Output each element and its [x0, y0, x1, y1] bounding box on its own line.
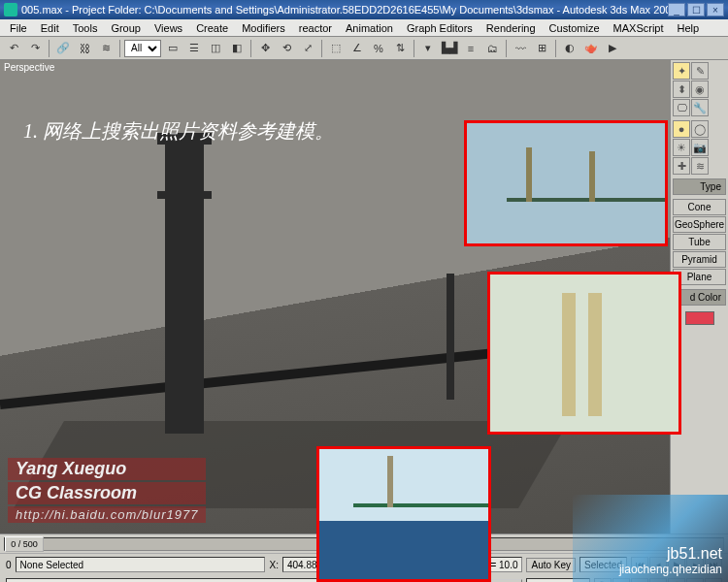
- spinner-snap-button[interactable]: ⇅: [390, 39, 410, 58]
- menubar: File Edit Tools Group Views Create Modif…: [0, 19, 728, 37]
- shapes-category-icon[interactable]: ◯: [691, 120, 709, 138]
- move-button[interactable]: ✥: [255, 39, 275, 58]
- undo-button[interactable]: ↶: [4, 39, 23, 58]
- workspace: Perspective 1. 网络上搜索出照片资料参考建模。 Yang Xueg…: [0, 60, 728, 534]
- command-panel-tabs: ✦ ✎ ⬍ ◉ 🖵 🔧: [671, 60, 728, 118]
- watermark: Yang Xueguo CG Classroom http://hi.baidu…: [8, 458, 206, 523]
- menu-views[interactable]: Views: [149, 21, 188, 35]
- bind-spacewarp-button[interactable]: ≋: [96, 39, 116, 58]
- curve-editor-button[interactable]: 〰: [511, 39, 530, 58]
- watermark-author: Yang Xueguo: [8, 458, 206, 480]
- menu-tools[interactable]: Tools: [67, 21, 104, 35]
- menu-rendering[interactable]: Rendering: [480, 21, 542, 35]
- maximize-button[interactable]: ☐: [687, 3, 705, 16]
- object-type-rollout[interactable]: Type: [673, 178, 726, 195]
- minimize-button[interactable]: _: [668, 3, 685, 16]
- autokey-toggle[interactable]: Auto Key: [526, 558, 576, 572]
- tutorial-annotation: 1. 网络上搜索出照片资料参考建模。: [23, 118, 334, 145]
- selection-region-button[interactable]: ◫: [206, 39, 225, 58]
- menu-graph-editors[interactable]: Graph Editors: [401, 21, 479, 35]
- app-icon: [4, 3, 17, 16]
- site-watermark-sub: jiaocheng.qhezidian: [619, 563, 722, 576]
- menu-maxscript[interactable]: MAXScript: [608, 21, 670, 35]
- menu-animation[interactable]: Animation: [340, 21, 399, 35]
- close-button[interactable]: ×: [707, 3, 724, 16]
- material-editor-button[interactable]: ◐: [560, 39, 579, 58]
- rotate-button[interactable]: ⟲: [277, 39, 296, 58]
- menu-reactor[interactable]: reactor: [293, 21, 338, 35]
- menu-create[interactable]: Create: [190, 21, 234, 35]
- window-crossing-button[interactable]: ◧: [227, 39, 247, 58]
- main-toolbar: ↶ ↷ 🔗 ⛓ ≋ All ▭ ☰ ◫ ◧ ✥ ⟲ ⤢ ⬚ ∠ % ⇅ ▾ ▙▟…: [0, 37, 728, 60]
- reference-image-3: [316, 446, 491, 582]
- render-scene-button[interactable]: 🫖: [581, 39, 601, 58]
- angle-snap-button[interactable]: ∠: [347, 39, 367, 58]
- display-tab[interactable]: 🖵: [673, 99, 690, 116]
- helpers-category-icon[interactable]: ✚: [673, 157, 690, 175]
- schematic-view-button[interactable]: ⊞: [532, 39, 551, 58]
- modify-tab[interactable]: ✎: [691, 62, 709, 80]
- geosphere-button[interactable]: GeoSphere: [673, 216, 726, 233]
- reference-image-1: [464, 120, 668, 246]
- utilities-tab[interactable]: 🔧: [691, 99, 709, 116]
- site-watermark-main: jb51.net: [667, 545, 722, 563]
- select-object-button[interactable]: ▭: [163, 39, 182, 58]
- quick-render-button[interactable]: ▶: [603, 39, 622, 58]
- unlink-button[interactable]: ⛓: [75, 39, 94, 58]
- create-tab[interactable]: ✦: [673, 62, 690, 80]
- object-color-swatch[interactable]: [685, 311, 714, 325]
- window-title: 005.max - Project Folder: C:\Documents a…: [21, 4, 668, 16]
- percent-snap-button[interactable]: %: [369, 39, 388, 58]
- menu-customize[interactable]: Customize: [544, 21, 606, 35]
- motion-tab[interactable]: ◉: [691, 81, 709, 98]
- pyramid-button[interactable]: Pyramid: [673, 251, 726, 268]
- create-category-tabs: ● ◯ ☀ 📷 ✚ ≋: [671, 118, 728, 177]
- tube-button[interactable]: Tube: [673, 234, 726, 250]
- layer-manager-button[interactable]: 🗂: [482, 39, 502, 58]
- snap-toggle-button[interactable]: ⬚: [326, 39, 346, 58]
- watermark-brand: CG Classroom: [8, 482, 206, 504]
- menu-help[interactable]: Help: [672, 21, 706, 35]
- mirror-button[interactable]: ▙▟: [440, 39, 459, 58]
- redo-button[interactable]: ↷: [25, 39, 45, 58]
- named-selection-button[interactable]: ▾: [418, 39, 438, 58]
- menu-edit[interactable]: Edit: [35, 21, 65, 35]
- selection-filter-dropdown[interactable]: All: [124, 40, 161, 57]
- cameras-category-icon[interactable]: 📷: [691, 139, 709, 156]
- frame-current-label: 0: [6, 560, 12, 570]
- time-slider-thumb[interactable]: 0 / 500: [5, 536, 44, 552]
- align-button[interactable]: ≡: [461, 39, 480, 58]
- lights-category-icon[interactable]: ☀: [673, 139, 690, 156]
- select-by-name-button[interactable]: ☰: [184, 39, 204, 58]
- viewport[interactable]: Perspective 1. 网络上搜索出照片资料参考建模。 Yang Xueg…: [0, 60, 670, 534]
- menu-group[interactable]: Group: [105, 21, 147, 35]
- window-titlebar: 005.max - Project Folder: C:\Documents a…: [0, 0, 728, 19]
- site-watermark: jb51.net jiaocheng.qhezidian: [573, 495, 728, 582]
- scale-button[interactable]: ⤢: [298, 39, 317, 58]
- link-button[interactable]: 🔗: [53, 39, 73, 58]
- cone-button[interactable]: Cone: [673, 199, 726, 215]
- menu-modifiers[interactable]: Modifiers: [236, 21, 291, 35]
- reference-image-2: [487, 272, 681, 435]
- menu-file[interactable]: File: [4, 21, 33, 35]
- hierarchy-tab[interactable]: ⬍: [673, 81, 690, 98]
- spacewarps-category-icon[interactable]: ≋: [691, 157, 709, 175]
- watermark-url: http://hi.baidu.com/blur1977: [8, 506, 206, 523]
- viewport-label: Perspective: [4, 62, 54, 73]
- geometry-category-icon[interactable]: ●: [673, 120, 690, 138]
- selection-status: None Selected: [16, 557, 266, 572]
